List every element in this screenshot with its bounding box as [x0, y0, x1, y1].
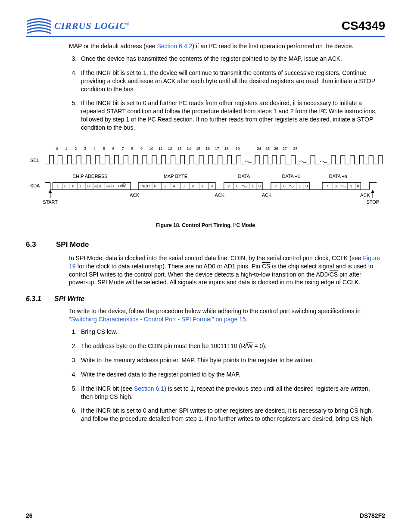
svg-text:0: 0	[64, 184, 66, 188]
svg-text:4: 4	[173, 184, 175, 188]
list-item: If the INCR bit is set to 0 and further …	[78, 99, 381, 132]
svg-text:24: 24	[257, 146, 261, 151]
svg-text:7: 7	[228, 184, 230, 188]
svg-text:AD0: AD0	[106, 184, 114, 188]
svg-text:15: 15	[196, 146, 200, 151]
svg-text:28: 28	[293, 146, 298, 151]
svg-rect-31	[138, 182, 215, 190]
svg-text:6: 6	[112, 146, 115, 151]
svg-text:1: 1	[56, 184, 59, 188]
section-6-3-heading: 6.3 SPI Mode	[26, 240, 385, 249]
section-6-3-1-heading: 6.3.1 SPI Write	[26, 295, 385, 303]
svg-text:INCR: INCR	[140, 184, 150, 188]
page-number: 26	[26, 512, 33, 519]
svg-text:10: 10	[149, 146, 153, 151]
svg-text:5: 5	[164, 184, 166, 188]
svg-text:CHIP ADDRESS: CHIP ADDRESS	[72, 174, 107, 179]
svg-text:6: 6	[236, 184, 238, 188]
svg-text:2: 2	[192, 184, 194, 188]
brand-name: CIRRUS LOGIC®	[54, 20, 130, 31]
svg-text:0: 0	[258, 184, 261, 188]
svg-text:1: 1	[201, 184, 203, 188]
svg-text:14: 14	[187, 146, 191, 151]
scl-label: SCL	[30, 158, 39, 163]
brand-logo: CIRRUS LOGIC®	[26, 17, 130, 34]
cirrus-wave-icon	[26, 17, 52, 34]
spi-mode-paragraph: In SPI Mode, data is clocked into the se…	[69, 254, 381, 287]
svg-text:STOP: STOP	[366, 199, 379, 205]
list-item: Once the device has transmitted the cont…	[78, 55, 381, 63]
svg-text:27: 27	[283, 146, 287, 151]
svg-text:12: 12	[168, 146, 172, 151]
svg-text:0: 0	[87, 184, 90, 188]
svg-text:17: 17	[215, 146, 219, 151]
svg-text:6: 6	[154, 184, 156, 188]
list-item: If the INCR bit is set to 1, the device …	[78, 69, 381, 93]
svg-text:1: 1	[65, 146, 67, 151]
svg-text:ACK: ACK	[130, 193, 140, 198]
svg-text:1: 1	[350, 184, 352, 188]
svg-text:2: 2	[75, 146, 77, 151]
svg-text:4: 4	[93, 146, 96, 151]
svg-text:AD1: AD1	[94, 184, 102, 188]
svg-text:ACK: ACK	[360, 193, 370, 198]
svg-text:8: 8	[131, 146, 133, 151]
svg-text:1: 1	[252, 184, 254, 188]
svg-text:ACK: ACK	[215, 193, 225, 198]
spi-write-intro: To write to the device, follow the proce…	[69, 307, 381, 324]
svg-text:16: 16	[206, 146, 210, 151]
svg-text:0: 0	[56, 146, 58, 151]
list-item: The address byte on the CDIN pin must th…	[78, 342, 381, 350]
list-item: If the INCR bit (see Section 6.1) is set…	[78, 385, 381, 401]
timing-diagram: 012 345 678 91011 121314 151617 1819 242…	[26, 145, 385, 228]
svg-text:DATA: DATA	[238, 174, 250, 179]
list-item: Write to the memory address pointer, MAP…	[78, 356, 381, 364]
svg-text:0: 0	[211, 184, 213, 188]
svg-text:DATA +n: DATA +n	[329, 174, 347, 179]
link-section-642[interactable]: Section 6.4.2	[157, 43, 192, 50]
svg-text:18: 18	[224, 146, 229, 151]
svg-text:5: 5	[103, 146, 105, 151]
link-switching-characteristics[interactable]: "Switching Characteristics - Control Por…	[69, 316, 246, 323]
sda-label: SDA	[30, 183, 40, 188]
page-footer: 26 DS782F2	[26, 512, 385, 519]
svg-text:MAP BYTE: MAP BYTE	[164, 174, 187, 179]
svg-text:7: 7	[275, 184, 277, 188]
product-id: CS4349	[342, 19, 385, 33]
intro-paragraph: MAP or the default address (see Section …	[69, 42, 381, 50]
svg-text:13: 13	[177, 146, 181, 151]
svg-text:25: 25	[265, 146, 270, 151]
link-section-61[interactable]: Section 6.1	[134, 385, 164, 392]
svg-text:DATA +1: DATA +1	[282, 174, 300, 179]
svg-text:3: 3	[84, 146, 86, 151]
list-item: If the INCR bit is set to 0 and further …	[78, 407, 381, 423]
svg-text:11: 11	[159, 146, 163, 151]
list-item: Write the desired data to the register p…	[78, 370, 381, 379]
list-item: Bring CS low.	[78, 328, 381, 336]
svg-text:START: START	[43, 199, 58, 205]
svg-text:7: 7	[326, 184, 328, 188]
svg-marker-94	[371, 190, 374, 193]
doc-id: DS782F2	[360, 512, 385, 519]
svg-text:0: 0	[305, 184, 308, 188]
spi-write-steps: Bring CS low. The address byte on the CD…	[69, 328, 381, 423]
svg-text:19: 19	[235, 146, 240, 151]
svg-text:6: 6	[335, 184, 337, 188]
svg-text:1: 1	[299, 184, 301, 188]
svg-text:7: 7	[121, 146, 124, 151]
svg-marker-91	[49, 190, 52, 193]
svg-text:3: 3	[182, 184, 184, 188]
svg-text:26: 26	[274, 146, 278, 151]
svg-text:R/W̄: R/W̄	[118, 184, 126, 188]
svg-text:0: 0	[72, 184, 74, 188]
continued-steps-list: Once the device has transmitted the cont…	[69, 55, 381, 132]
svg-text:1: 1	[80, 184, 82, 188]
svg-text:0: 0	[357, 184, 359, 188]
figure-caption: Figure 18. Control Port Timing, I²C Mode	[26, 222, 385, 228]
page-header: CIRRUS LOGIC® CS4349	[26, 17, 385, 37]
svg-text:ACK: ACK	[262, 193, 272, 198]
svg-text:6: 6	[283, 184, 286, 188]
svg-text:9: 9	[140, 146, 143, 151]
